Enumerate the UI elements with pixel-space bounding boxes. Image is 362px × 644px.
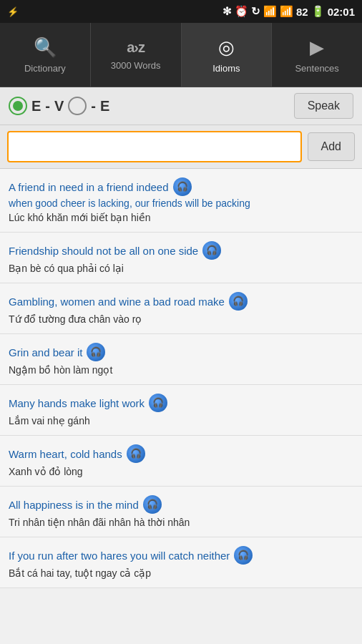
add-button[interactable]: Add (308, 132, 355, 161)
idiom-vietnamese: Xanh vỏ đỏ lòng (9, 466, 353, 477)
idiom-vietnamese: Ngậm bồ hòn làm ngọt (9, 364, 353, 376)
idiom-text: Warm heart, cold hands (9, 447, 122, 462)
list-item: Friendship should not be all on one side… (0, 233, 362, 283)
idiom-text: If you run after two hares you will catc… (9, 548, 230, 563)
radio-ve[interactable] (68, 97, 87, 115)
idiom-vietnamese: Tri nhân tiện nhân đãi nhân hà thời nhân (9, 517, 353, 528)
tab-dictionary[interactable]: 🔍 Dictionary (0, 23, 91, 87)
status-bar: ⚡ ✻ ⏰ ↻ 📶 📶 82 🔋 02:01 (0, 0, 362, 23)
status-left: ⚡ (7, 6, 19, 17)
audio-icon[interactable]: 🎧 (202, 241, 221, 260)
audio-icon[interactable]: 🎧 (127, 444, 145, 463)
list-item: Grin and bear it 🎧 Ngậm bồ hòn làm ngọt (0, 334, 362, 385)
radio-ve-inner (72, 101, 82, 111)
idiom-text: All happiness is in the mind (9, 497, 139, 512)
idiom-english: If you run after two hares you will catc… (9, 546, 353, 565)
idiom-vietnamese: Bạn bè có qua phải có lại (9, 263, 353, 274)
idiom-vietnamese: Lúc khó khăn mới biết bạn hiền (9, 212, 353, 223)
list-item: Gambling, women and wine a bad road make… (0, 283, 362, 334)
idiom-text: A friend in need in a friend indeed (9, 180, 169, 195)
idiom-text: Many hands make light work (9, 396, 145, 411)
idiom-english: Warm heart, cold hands 🎧 (9, 444, 353, 463)
search-input[interactable] (7, 131, 302, 162)
idiom-english: Many hands make light work 🎧 (9, 394, 353, 412)
list-item: A friend in need in a friend indeed 🎧 wh… (0, 169, 362, 233)
idiom-english: Gambling, women and wine a bad road make… (9, 292, 353, 311)
list-item: Many hands make light work 🎧 Lắm vai nhẹ… (0, 385, 362, 436)
words-icon: a›z (127, 39, 145, 56)
mode-row: E - V - E Speak (0, 87, 362, 125)
battery-icon: 🔋 (311, 5, 325, 18)
signal-icon2: 📶 (280, 5, 293, 18)
idiom-text: Friendship should not be all on one side (9, 243, 198, 258)
list-item: Warm heart, cold hands 🎧 Xanh vỏ đỏ lòng (0, 436, 362, 487)
idiom-english: A friend in need in a friend indeed 🎧 (9, 177, 353, 196)
mode-label-e2: E (100, 98, 109, 114)
audio-icon[interactable]: 🎧 (149, 394, 167, 412)
search-row: Add (0, 125, 362, 169)
nav-tabs: 🔍 Dictionary a›z 3000 Words ◎ Idioms ▶ S… (0, 23, 362, 87)
idiom-vietnamese: Tứ đổ tường đưa chân vào rọ (9, 313, 353, 325)
tab-idioms-label: Idioms (212, 63, 240, 74)
alarm-icon: ⏰ (235, 5, 248, 18)
idiom-english: Friendship should not be all on one side… (9, 241, 353, 260)
mode-dash2: - (91, 98, 96, 114)
idioms-icon: ◎ (218, 36, 235, 59)
mode-dash1: - (45, 98, 50, 114)
idiom-list: A friend in need in a friend indeed 🎧 wh… (0, 169, 362, 588)
signal-icon: 📶 (263, 5, 277, 18)
idiom-english: Grin and bear it 🎧 (9, 343, 353, 361)
tab-dictionary-label: Dictionary (24, 63, 66, 74)
tab-idioms[interactable]: ◎ Idioms (182, 23, 273, 87)
audio-icon[interactable]: 🎧 (143, 495, 162, 514)
idiom-vietnamese: Bắt cá hai tay, tuột ngay cả cặp (9, 567, 353, 579)
bluetooth-icon: ✻ (222, 5, 232, 18)
search-icon: 🔍 (34, 36, 57, 59)
idiom-english-sub: when good cheer is lacking, our friends … (9, 197, 353, 209)
idiom-english: All happiness is in the mind 🎧 (9, 495, 353, 514)
idiom-vietnamese: Lắm vai nhẹ gánh (9, 415, 353, 426)
main-content: E - V - E Speak Add A friend in need in … (0, 87, 362, 644)
idiom-text: Gambling, women and wine a bad road make (9, 294, 225, 309)
play-icon: ▶ (310, 36, 324, 59)
battery-pct: 82 (296, 6, 308, 18)
status-right: ✻ ⏰ ↻ 📶 📶 82 🔋 02:01 (222, 5, 355, 18)
tab-3000words-label: 3000 Words (111, 60, 161, 71)
usb-icon: ⚡ (7, 6, 19, 17)
list-item: If you run after two hares you will catc… (0, 537, 362, 588)
tab-sentences[interactable]: ▶ Sentences (272, 23, 362, 87)
sync-icon: ↻ (251, 5, 260, 18)
radio-ev-inner (13, 101, 23, 111)
list-item: All happiness is in the mind 🎧 Tri nhân … (0, 487, 362, 537)
audio-icon[interactable]: 🎧 (229, 292, 248, 311)
tab-sentences-label: Sentences (295, 63, 338, 74)
audio-icon[interactable]: 🎧 (173, 177, 192, 196)
speak-button[interactable]: Speak (294, 93, 353, 119)
audio-icon[interactable]: 🎧 (234, 546, 253, 565)
mode-label-e1: E (31, 98, 41, 114)
idiom-text: Grin and bear it (9, 345, 82, 360)
tab-3000words[interactable]: a›z 3000 Words (91, 23, 182, 87)
radio-ev[interactable] (9, 97, 27, 115)
time: 02:01 (328, 6, 355, 18)
mode-selector: E - V - E (9, 97, 109, 115)
mode-label-v: V (54, 98, 64, 114)
audio-icon[interactable]: 🎧 (87, 343, 105, 361)
